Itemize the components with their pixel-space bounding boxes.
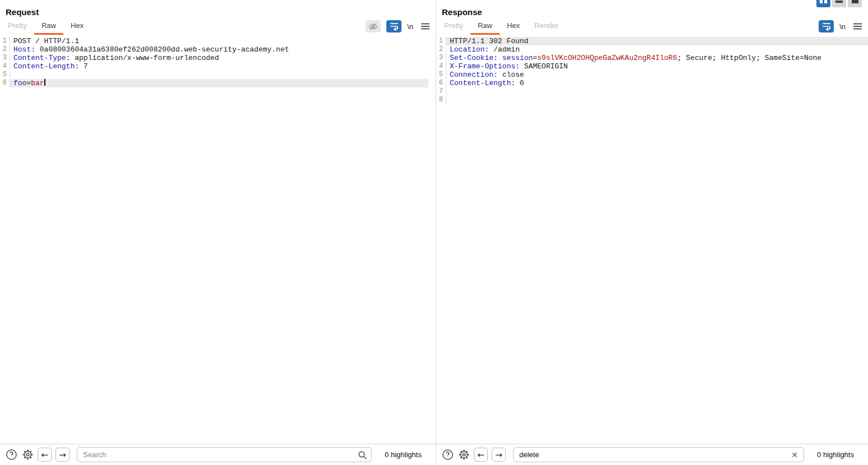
editor-line-text: POST / HTTP/1.1 <box>10 37 428 45</box>
request-search-submit[interactable] <box>357 450 367 460</box>
editor-line[interactable]: 4Content-Length: 7 <box>0 62 428 71</box>
settings-button[interactable] <box>21 449 34 461</box>
request-title: Request <box>6 7 39 17</box>
word-wrap-icon <box>390 22 399 31</box>
columns-layout-button[interactable] <box>816 0 830 7</box>
line-number: 5 <box>0 71 10 79</box>
editor-line[interactable]: 1POST / HTTP/1.1 <box>0 37 428 45</box>
request-tab-raw[interactable]: Raw <box>34 18 63 35</box>
response-tab-hex[interactable]: Hex <box>500 18 527 35</box>
settings-button[interactable] <box>458 449 470 461</box>
line-number: 2 <box>436 45 446 54</box>
response-highlights-count: 0 highlights <box>808 450 863 459</box>
editor-line-text: Content-Length: 0 <box>446 79 868 87</box>
search-next-button[interactable]: → <box>56 448 70 462</box>
line-number: 2 <box>0 45 10 54</box>
line-number: 5 <box>436 71 446 79</box>
line-number: 6 <box>0 79 10 87</box>
line-number: 8 <box>436 96 446 104</box>
editor-line-text: foo=bar <box>10 79 428 87</box>
rows-layout-button[interactable] <box>832 0 846 7</box>
response-search-clear[interactable]: ✕ <box>789 450 800 460</box>
editor-line[interactable]: 5Connection: close <box>436 71 868 79</box>
hide-nonprintable-button[interactable] <box>366 20 381 32</box>
request-header: Request Pretty Raw Hex <box>0 0 436 35</box>
line-number: 4 <box>436 62 446 71</box>
response-tab-bar: Pretty Raw Hex Render <box>437 18 566 35</box>
newline-toggle[interactable]: \n <box>407 22 413 31</box>
search-next-button[interactable]: → <box>492 448 506 462</box>
editor-line-text: X-Frame-Options: SAMEORIGIN <box>446 62 868 71</box>
gear-icon <box>458 449 470 461</box>
editor-line[interactable]: 4X-Frame-Options: SAMEORIGIN <box>436 62 868 71</box>
request-editor[interactable]: 1POST / HTTP/1.12Host: 0a08003604a31a638… <box>0 35 436 444</box>
word-wrap-icon <box>822 22 831 31</box>
line-number: 3 <box>0 54 10 62</box>
clear-icon: ✕ <box>791 451 798 459</box>
single-layout-icon <box>852 0 858 3</box>
help-icon <box>6 449 17 461</box>
editor-line-text: Location: /admin <box>446 45 868 54</box>
request-tab-pretty[interactable]: Pretty <box>1 18 34 35</box>
response-tab-raw[interactable]: Raw <box>470 18 500 35</box>
word-wrap-button[interactable] <box>386 20 401 32</box>
hamburger-menu-icon <box>421 23 430 30</box>
single-layout-button[interactable] <box>848 0 862 7</box>
request-highlights-count: 0 highlights <box>376 450 431 459</box>
editor-line[interactable]: 3Set-Cookie: session=s9slVKcOH2OHQpeGaZw… <box>436 54 868 62</box>
editor-line-text: Content-Type: application/x-www-form-url… <box>10 54 428 62</box>
word-wrap-button[interactable] <box>819 20 834 32</box>
response-search-bar: ← → ✕ 0 highlights <box>436 444 868 465</box>
response-panel: Response Pretty Raw Hex Render \n <box>436 0 868 465</box>
editor-line-text: Host: 0a08003604a31a6380ef262d008200dd.w… <box>10 45 428 54</box>
editor-line-text: Connection: close <box>446 71 868 79</box>
response-editor[interactable]: 1HTTP/1.1 302 Found2Location: /admin3Set… <box>436 35 868 444</box>
response-search-input[interactable] <box>513 447 804 462</box>
response-header: Response Pretty Raw Hex Render \n <box>436 0 868 35</box>
gear-icon <box>22 449 34 461</box>
help-button[interactable] <box>441 449 454 461</box>
editor-line-text <box>10 71 428 79</box>
request-tab-bar: Pretty Raw Hex <box>1 18 91 35</box>
response-search-field-wrap: ✕ <box>513 447 804 462</box>
request-search-field-wrap <box>77 447 372 462</box>
request-editor-toolbar: \n <box>366 20 431 32</box>
editor-line[interactable]: 3Content-Type: application/x-www-form-ur… <box>0 54 428 62</box>
search-prev-button[interactable]: ← <box>474 448 488 462</box>
editor-line[interactable]: 2Host: 0a08003604a31a6380ef262d008200dd.… <box>0 45 428 54</box>
response-tab-pretty[interactable]: Pretty <box>437 18 470 35</box>
editor-line[interactable]: 6foo=bar <box>0 79 428 87</box>
back-arrow-icon: ← <box>41 450 48 460</box>
forward-arrow-icon: → <box>59 450 66 460</box>
editor-line[interactable]: 7 <box>436 87 868 96</box>
line-number: 4 <box>0 62 10 71</box>
help-icon <box>442 449 454 461</box>
editor-line[interactable]: 8 <box>436 96 868 104</box>
columns-layout-icon <box>820 0 823 3</box>
back-arrow-icon: ← <box>477 450 484 460</box>
rows-layout-icon <box>835 0 843 3</box>
editor-line[interactable]: 6Content-Length: 0 <box>436 79 868 87</box>
search-prev-button[interactable]: ← <box>38 448 52 462</box>
request-panel: Request Pretty Raw Hex <box>0 0 436 465</box>
line-number: 1 <box>0 37 10 45</box>
columns-layout-icon <box>824 0 827 3</box>
text-cursor <box>44 79 45 86</box>
response-title: Response <box>442 7 482 17</box>
request-tab-hex[interactable]: Hex <box>63 18 91 35</box>
request-search-input[interactable] <box>77 447 372 462</box>
editor-line[interactable]: 1HTTP/1.1 302 Found <box>436 37 868 45</box>
help-button[interactable] <box>5 449 17 461</box>
response-editor-menu-button[interactable] <box>851 20 864 32</box>
line-number: 3 <box>436 54 446 62</box>
response-tab-render[interactable]: Render <box>527 18 566 35</box>
editor-line-text <box>446 87 868 96</box>
editor-line-text: Content-Length: 7 <box>10 62 428 71</box>
editor-line[interactable]: 5 <box>0 71 428 79</box>
editor-line[interactable]: 2Location: /admin <box>436 45 868 54</box>
editor-line-text <box>446 96 868 104</box>
line-number: 7 <box>436 87 446 96</box>
request-editor-menu-button[interactable] <box>419 20 431 32</box>
newline-toggle[interactable]: \n <box>839 22 846 31</box>
response-editor-toolbar: \n <box>819 20 864 32</box>
